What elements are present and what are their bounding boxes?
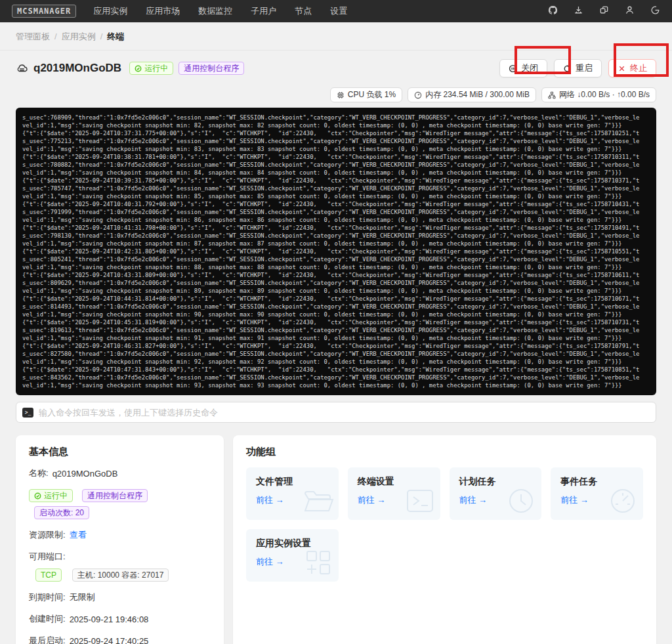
terminal-line: {"t":{"$date":"2025-09-24T10:47:31.843+0… <box>22 366 650 374</box>
terminal-line: vel_id":1,"msg":"saving checkpoint snaps… <box>22 263 650 271</box>
created-row: 创建时间: 2025-09-21 19:46:08 <box>29 613 211 625</box>
logout-icon[interactable] <box>650 5 660 18</box>
terminal-line: vel_id":1,"msg":"saving checkpoint snaps… <box>22 334 650 342</box>
terminal-line: {"t":{"$date":"2025-09-24T10:39:31.785+0… <box>22 177 650 184</box>
expire-row: 到期时间: 无限制 <box>29 591 211 603</box>
install-icon[interactable] <box>574 5 583 18</box>
name-row: 名称: q2019MOnGoDB <box>29 467 211 479</box>
start-count-badge: 启动次数: 20 <box>34 506 89 519</box>
top-bar: MCSMANAGER 应用实例应用市场数据监控子用户节点设置 <box>0 0 672 22</box>
card-scheduled-tasks[interactable]: 计划任务 前往 → <box>450 467 542 520</box>
instance-type-badge: 通用控制台程序 <box>178 62 244 75</box>
terminal-line: {"t":{"$date":"2025-09-24T10:44:31.814+0… <box>22 295 650 303</box>
cpu-stat: CPU 负载 1% <box>330 87 402 102</box>
gauge-icon <box>606 486 639 519</box>
breadcrumb-item-instances[interactable]: 应用实例 <box>62 32 96 41</box>
terminal-line: {"t":{"$date":"2025-09-24T10:37:31.775+0… <box>22 129 650 137</box>
stats-row: CPU 负载 1% 内存 234.54 MiB / 300.00 MiB 网络 … <box>16 87 656 102</box>
nav-instances[interactable]: 应用实例 <box>93 5 127 17</box>
card-instance-settings[interactable]: 应用实例设置 前往 → <box>246 529 339 582</box>
basic-info-panel: 基本信息 名称: q2019MOnGoDB 运行中 通用控制台程序 启动次数: … <box>16 435 224 644</box>
instance-name-value: q2019MOnGoDB <box>52 469 118 479</box>
app-logo[interactable]: MCSMANAGER <box>12 5 76 18</box>
terminal-line: {"t":{"$date":"2025-09-24T10:40:31.792+0… <box>22 200 650 208</box>
terminal-line: vel_id":1,"msg":"saving checkpoint snaps… <box>22 169 650 177</box>
terminal-line: s_usec":785747,"thread":"1:0x7fd5e2c006c… <box>22 184 650 192</box>
terminal-line: s_usec":798130,"thread":"1:0x7fd5e2c006c… <box>22 232 650 240</box>
terminal-line: vel_id":1,"msg":"saving checkpoint snaps… <box>22 381 650 389</box>
terminal-line: vel_id":1,"msg":"saving checkpoint snaps… <box>22 358 650 366</box>
network-icon <box>548 91 556 99</box>
grid-plus-icon <box>302 547 335 580</box>
github-icon[interactable] <box>548 5 558 18</box>
terminal-line: vel_id":1,"msg":"saving checkpoint snaps… <box>22 311 650 318</box>
user-icon[interactable] <box>625 5 635 18</box>
terminal-line: vel_id":1,"msg":"saving checkpoint snaps… <box>22 145 650 153</box>
folder-icon <box>302 486 335 519</box>
command-input[interactable] <box>39 408 650 418</box>
instance-header: q2019MOnGoDB 运行中 通用控制台程序 关闭 重启 终止 <box>16 59 656 77</box>
gauge-icon <box>414 91 422 99</box>
resource-limit-row: 资源限制: 查看 <box>29 529 211 541</box>
nav-market[interactable]: 应用市场 <box>146 5 180 17</box>
badges-row: 运行中 通用控制台程序 启动次数: 20 <box>29 489 211 519</box>
port-row: TCP 主机: 10000 容器: 27017 <box>35 569 211 582</box>
terminal-line: {"t":{"$date":"2025-09-24T10:41:31.798+0… <box>22 224 650 232</box>
breadcrumb-item-terminal: 终端 <box>107 32 124 41</box>
terminal-line: vel_id":1,"msg":"saving checkpoint snaps… <box>22 192 650 200</box>
last-start-row: 最后启动: 2025-09-24 17:40:25 <box>29 635 211 644</box>
nav-subusers[interactable]: 子用户 <box>251 5 276 17</box>
breadcrumb-item-dashboard[interactable]: 管理面板 <box>16 32 50 41</box>
cpu-icon <box>337 91 345 99</box>
cloud-server-icon <box>16 62 33 75</box>
terminal-line: s_usec":791999,"thread":"1:0x7fd5e2c006c… <box>22 208 650 216</box>
clock-icon <box>505 486 537 519</box>
card-file-management[interactable]: 文件管理 前往 → <box>246 467 339 520</box>
terminal-line: {"t":{"$date":"2025-09-24T10:38:31.781+0… <box>22 153 650 161</box>
status-badge: 运行中 <box>129 62 173 75</box>
view-resource-link[interactable]: 查看 <box>70 529 87 541</box>
terminal-line: {"t":{"$date":"2025-09-24T10:42:31.805+0… <box>22 247 650 255</box>
page: MCSMANAGER 应用实例应用市场数据监控子用户节点设置 管理面板/应用实例… <box>0 0 672 644</box>
network-stat: 网络 ↓0.00 B/s · ↑0.00 B/s <box>541 87 656 102</box>
function-group-panel: 功能组 文件管理 前往 → 终端设置 前往 → 计划任务 前往 → <box>233 435 656 644</box>
kill-button[interactable]: 终止 <box>608 59 656 77</box>
terminal-line: s_usec":775213,"thread":"1:0x7fd5e2c006c… <box>22 137 650 145</box>
terminal-line: {"t":{"$date":"2025-09-24T10:46:31.827+0… <box>22 342 650 350</box>
terminal-line: s_usec":827580,"thread":"1:0x7fd5e2c006c… <box>22 350 650 358</box>
stop-button[interactable]: 关闭 <box>499 59 547 77</box>
instance-actions: 关闭 重启 终止 <box>499 59 656 77</box>
terminal-line: s_usec":819613,"thread":"1:0x7fd5e2c006c… <box>22 326 650 334</box>
function-group-title: 功能组 <box>246 446 643 458</box>
terminal-line: s_usec":814493,"thread":"1:0x7fd5e2c006c… <box>22 303 650 311</box>
type-badge: 通用控制台程序 <box>82 489 148 502</box>
terminal-output[interactable]: s_usec":768909,"thread":"1:0x7fd5e2c006c… <box>16 108 656 395</box>
terminal-line: s_usec":768909,"thread":"1:0x7fd5e2c006c… <box>22 114 650 121</box>
nav-settings[interactable]: 设置 <box>330 5 347 17</box>
running-badge: 运行中 <box>29 489 73 502</box>
port-mapping-badge: 主机: 10000 容器: 27017 <box>72 569 169 582</box>
terminal-line: vel_id":1,"msg":"saving checkpoint snaps… <box>22 216 650 224</box>
breadcrumb: 管理面板/应用实例/终端 <box>0 22 672 51</box>
terminal-line: vel_id":1,"msg":"saving checkpoint snaps… <box>22 287 650 295</box>
terminal-prompt-icon: >_ <box>22 408 33 418</box>
tcp-badge: TCP <box>35 569 62 582</box>
page-title: q2019MOnGoDB <box>33 62 121 75</box>
terminal-line: vel_id":1,"msg":"saving checkpoint snaps… <box>22 121 650 129</box>
terminal-line: vel_id":1,"msg":"saving checkpoint snaps… <box>22 240 650 247</box>
terminal-icon <box>404 486 436 519</box>
terminal-line: s_usec":809629,"thread":"1:0x7fd5e2c006c… <box>22 279 650 287</box>
nav-nodes[interactable]: 节点 <box>295 5 312 17</box>
ports-label-row: 可用端口: <box>29 551 211 563</box>
memory-stat: 内存 234.54 MiB / 300.00 MiB <box>408 87 536 102</box>
card-terminal-settings[interactable]: 终端设置 前往 → <box>348 467 440 520</box>
main-nav: 应用实例应用市场数据监控子用户节点设置 <box>93 5 347 17</box>
topbar-icons <box>548 5 660 18</box>
nav-monitoring[interactable]: 数据监控 <box>198 5 232 17</box>
apps-icon[interactable] <box>599 5 609 18</box>
restart-button[interactable]: 重启 <box>554 59 602 77</box>
function-grid: 文件管理 前往 → 终端设置 前往 → 计划任务 前往 → 事件任务 前往 → <box>246 467 643 582</box>
terminal-line: s_usec":780882,"thread":"1:0x7fd5e2c006c… <box>22 161 650 169</box>
terminal-line: s_usec":805241,"thread":"1:0x7fd5e2c006c… <box>22 255 650 263</box>
card-event-tasks[interactable]: 事件任务 前往 → <box>551 467 643 520</box>
